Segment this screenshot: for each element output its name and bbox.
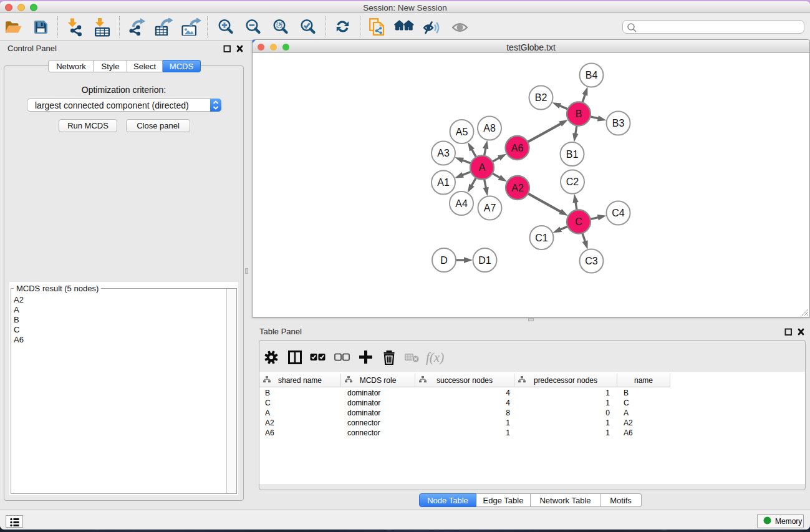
svg-text:B: B — [576, 109, 582, 119]
svg-text:C4: C4 — [612, 208, 625, 218]
svg-text:A8: A8 — [483, 123, 496, 133]
svg-text:C: C — [575, 216, 582, 227]
svg-text:C3: C3 — [585, 256, 598, 266]
svg-text:C1: C1 — [535, 233, 548, 243]
svg-text:A4: A4 — [455, 198, 468, 209]
svg-text:A: A — [479, 162, 486, 173]
svg-text:C2: C2 — [566, 177, 579, 187]
svg-text:B3: B3 — [612, 118, 625, 128]
svg-text:A1: A1 — [437, 177, 450, 188]
svg-text:D: D — [440, 255, 448, 266]
svg-text:B4: B4 — [586, 70, 598, 80]
svg-text:B1: B1 — [566, 149, 579, 160]
svg-text:A2: A2 — [511, 183, 524, 193]
svg-text:A6: A6 — [511, 143, 524, 153]
svg-text:D1: D1 — [478, 255, 491, 266]
svg-text:A5: A5 — [456, 127, 468, 137]
svg-text:B2: B2 — [535, 92, 547, 103]
svg-text:A7: A7 — [484, 203, 496, 213]
svg-text:A3: A3 — [437, 148, 450, 158]
